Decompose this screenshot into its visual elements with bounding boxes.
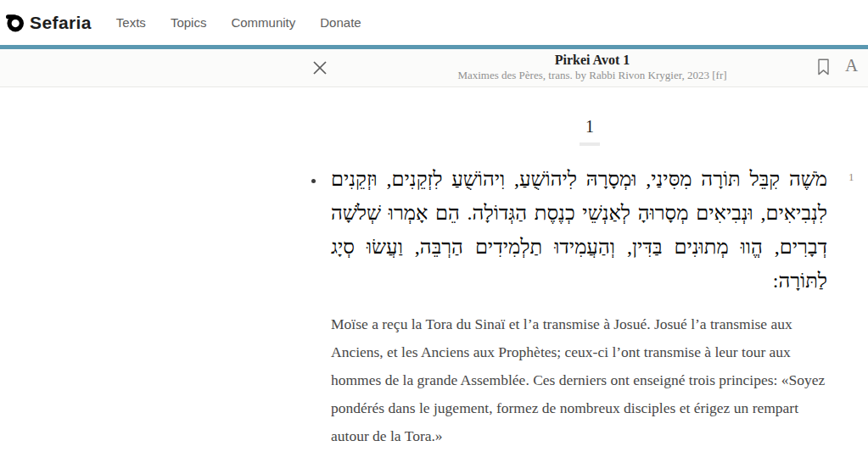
hebrew-segment-text[interactable]: מֹשֶׁה קִבֵּל תּוֹרָה מִסִּינַי, וּמְסָר… bbox=[331, 162, 827, 298]
sefaria-reader-page: Sefaria Texts Topics Community Donate Pi… bbox=[0, 0, 868, 463]
top-nav: Sefaria Texts Topics Community Donate bbox=[0, 0, 868, 45]
reader-subtitle: Maximes des Pères, trans. by Rabbi Rivon… bbox=[457, 69, 726, 81]
chapter-divider bbox=[580, 142, 600, 146]
verse-number: 1 bbox=[848, 170, 854, 184]
font-size-button[interactable]: A bbox=[845, 55, 858, 75]
chapter-number: 1 bbox=[580, 117, 600, 137]
nav-item-topics[interactable]: Topics bbox=[171, 15, 207, 30]
bookmark-icon bbox=[817, 59, 830, 75]
connections-dot[interactable] bbox=[311, 179, 316, 183]
sefaria-wordmark: Sefaria bbox=[30, 13, 92, 33]
close-button[interactable] bbox=[312, 60, 328, 75]
chapter-heading: 1 bbox=[580, 117, 600, 146]
sefaria-logo[interactable]: Sefaria bbox=[6, 13, 92, 33]
bookmark-button[interactable] bbox=[817, 59, 830, 75]
nav-item-texts[interactable]: Texts bbox=[116, 15, 146, 30]
sefaria-logo-icon bbox=[6, 13, 25, 32]
font-size-icon: A bbox=[845, 55, 858, 75]
nav-links: Texts Topics Community Donate bbox=[116, 15, 361, 30]
nav-item-community[interactable]: Community bbox=[231, 15, 295, 30]
translation-segment-text[interactable]: Moïse a reçu la Tora du Sinaï et l’a tra… bbox=[331, 310, 827, 450]
nav-item-donate[interactable]: Donate bbox=[320, 15, 361, 30]
reader-title-block[interactable]: Pirkei Avot 1 Maximes des Pères, trans. … bbox=[457, 53, 726, 81]
reader-title: Pirkei Avot 1 bbox=[457, 53, 726, 68]
reader-controls-header bbox=[0, 49, 868, 87]
close-icon bbox=[312, 60, 328, 75]
